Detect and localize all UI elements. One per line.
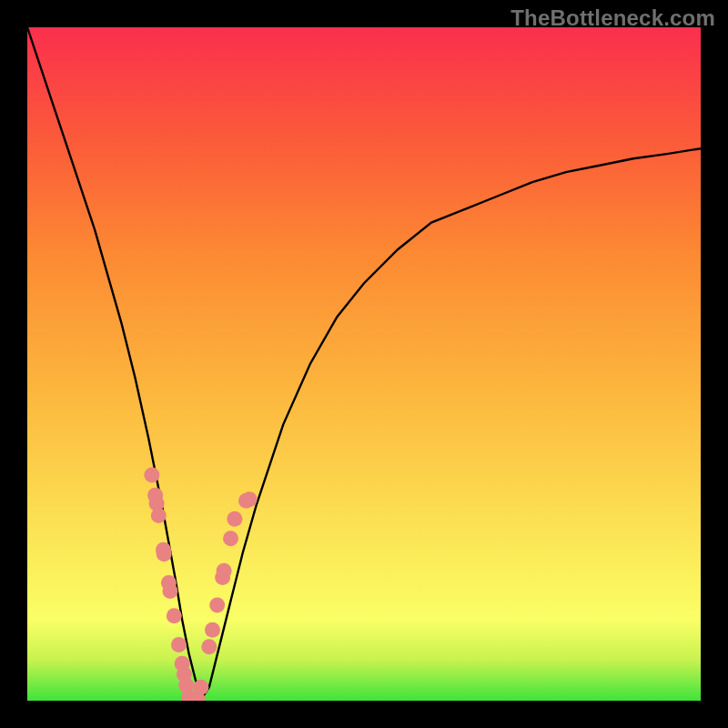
marker-dot xyxy=(205,622,220,638)
marker-dot xyxy=(144,468,159,483)
plot-area xyxy=(27,27,701,701)
bottleneck-curve xyxy=(27,27,701,697)
marker-dot xyxy=(209,597,225,612)
marker-dots xyxy=(144,468,257,701)
marker-dot xyxy=(217,563,232,579)
marker-dot xyxy=(151,508,167,523)
watermark-label: TheBottleneck.com xyxy=(511,5,715,31)
marker-dot xyxy=(157,546,172,561)
marker-dot xyxy=(242,491,258,507)
marker-dot xyxy=(193,680,208,695)
chart-frame: TheBottleneck.com xyxy=(0,0,728,728)
marker-dot xyxy=(227,511,242,527)
marker-dot xyxy=(162,583,177,599)
marker-dot xyxy=(167,608,182,623)
curve-layer xyxy=(27,27,701,701)
marker-dot xyxy=(171,637,187,652)
marker-dot xyxy=(201,639,217,654)
marker-dot xyxy=(223,531,238,546)
